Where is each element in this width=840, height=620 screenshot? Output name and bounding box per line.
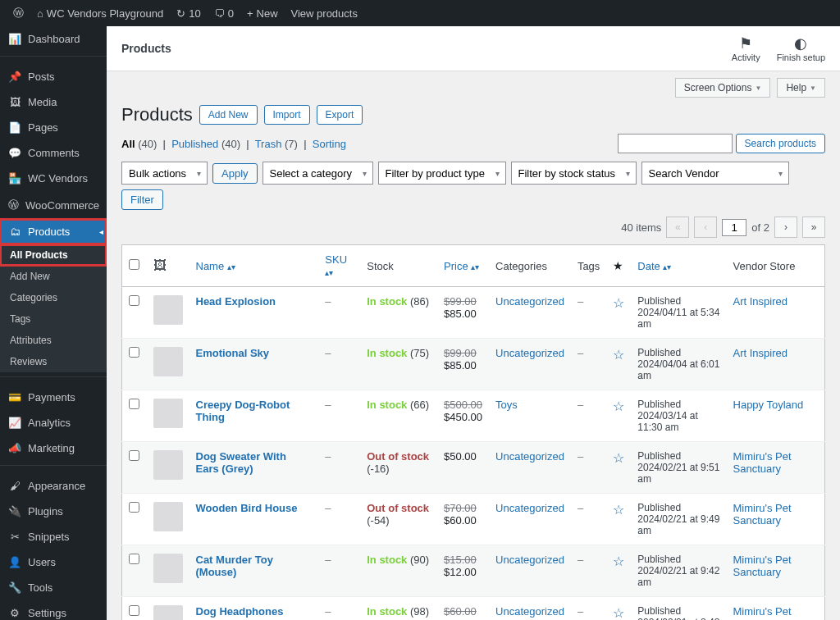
sidebar-item-tools[interactable]: 🔧Tools	[0, 575, 107, 600]
sidebar-item-media[interactable]: 🖼Media	[0, 89, 107, 115]
add-new-button[interactable]: Add New	[199, 105, 258, 125]
product-name-link[interactable]: Creepy Dog-Robot Thing	[196, 399, 290, 423]
category-link[interactable]: Uncategorized	[495, 605, 564, 618]
product-thumbnail[interactable]	[153, 347, 183, 376]
row-checkbox[interactable]	[129, 605, 139, 616]
submenu-categories[interactable]: Categories	[0, 287, 107, 308]
activity-panel[interactable]: ⚑Activity	[732, 34, 760, 62]
product-thumbnail[interactable]	[153, 295, 183, 325]
sidebar-item-payments[interactable]: 💳Payments	[0, 385, 107, 410]
view-published[interactable]: Published	[171, 138, 218, 150]
filter-button[interactable]: Filter	[121, 189, 163, 210]
category-link[interactable]: Toys	[495, 399, 518, 411]
stock-status-filter[interactable]: Filter by stock status	[511, 162, 637, 185]
submenu-reviews[interactable]: Reviews	[0, 351, 107, 372]
col-sku[interactable]: SKU ▴▾	[325, 253, 347, 278]
next-page-button[interactable]: ›	[774, 217, 797, 238]
row-checkbox[interactable]	[129, 399, 139, 409]
view-sorting[interactable]: Sorting	[313, 138, 346, 150]
sidebar-item-marketing[interactable]: 📣Marketing	[0, 435, 107, 461]
row-checkbox[interactable]	[129, 450, 139, 461]
new-content-link[interactable]: +New	[240, 0, 285, 26]
last-page-button[interactable]: »	[802, 217, 825, 238]
product-thumbnail[interactable]	[153, 450, 183, 480]
updates-link[interactable]: ↻10	[170, 0, 207, 26]
sidebar-item-pages[interactable]: 📄Pages	[0, 115, 107, 140]
vendor-link[interactable]: Art Inspired	[733, 347, 788, 359]
vendor-link[interactable]: Mimiru's Pet Sanctuary	[733, 502, 792, 527]
sidebar-item-wc-vendors[interactable]: 🏪WC Vendors	[0, 166, 107, 191]
site-home-link[interactable]: ⌂WC Vendors Playground	[30, 0, 170, 26]
col-name[interactable]: Name ▴▾	[196, 260, 235, 272]
vendor-link[interactable]: Mimiru's Pet Sanctuary	[733, 605, 792, 620]
submenu-tags[interactable]: Tags	[0, 308, 107, 330]
featured-toggle[interactable]: ☆	[613, 554, 624, 568]
product-thumbnail[interactable]	[153, 399, 183, 428]
submenu-all-products[interactable]: All Products	[0, 244, 107, 266]
screen-options-button[interactable]: Screen Options	[675, 78, 771, 98]
view-products-link[interactable]: View products	[285, 0, 364, 26]
product-name-link[interactable]: Head Explosion	[196, 295, 276, 308]
view-trash[interactable]: Trash	[255, 138, 282, 150]
product-name-link[interactable]: Cat Murder Toy (Mouse)	[196, 554, 273, 578]
row-checkbox[interactable]	[129, 347, 139, 358]
current-page-input[interactable]	[722, 219, 746, 236]
featured-toggle[interactable]: ☆	[613, 348, 624, 362]
category-link[interactable]: Uncategorized	[495, 554, 564, 566]
submenu-add-new[interactable]: Add New	[0, 266, 107, 287]
row-checkbox[interactable]	[129, 502, 139, 513]
sidebar-item-analytics[interactable]: 📈Analytics	[0, 410, 107, 435]
featured-toggle[interactable]: ☆	[613, 399, 624, 413]
vendor-link[interactable]: Mimiru's Pet Sanctuary	[733, 450, 792, 475]
col-price[interactable]: Price ▴▾	[444, 260, 479, 272]
import-button[interactable]: Import	[264, 105, 310, 125]
sidebar-item-products[interactable]: 🗂Products	[0, 219, 107, 244]
price-value: $85.00	[444, 308, 477, 320]
product-thumbnail[interactable]	[153, 502, 183, 531]
featured-toggle[interactable]: ☆	[613, 296, 624, 310]
product-search-input[interactable]	[618, 134, 733, 153]
product-name-link[interactable]: Dog Sweater With Ears (Grey)	[196, 450, 286, 475]
sidebar-item-snippets[interactable]: ✂Snippets	[0, 524, 107, 549]
product-name-link[interactable]: Wooden Bird House	[196, 502, 298, 514]
sidebar-item-woocommerce[interactable]: ⓌWooCommerce	[0, 191, 107, 219]
category-link[interactable]: Uncategorized	[495, 347, 564, 359]
help-button[interactable]: Help	[777, 78, 825, 98]
sidebar-item-comments[interactable]: 💬Comments	[0, 140, 107, 166]
category-link[interactable]: Uncategorized	[495, 295, 564, 308]
export-button[interactable]: Export	[317, 105, 363, 125]
product-thumbnail[interactable]	[153, 605, 183, 620]
sidebar-item-dashboard[interactable]: 📊Dashboard	[0, 26, 107, 52]
featured-toggle[interactable]: ☆	[613, 451, 624, 465]
view-all[interactable]: All	[121, 138, 135, 150]
col-date[interactable]: Date ▴▾	[637, 260, 671, 272]
search-products-button[interactable]: Search products	[736, 134, 825, 153]
row-checkbox[interactable]	[129, 554, 139, 564]
featured-toggle[interactable]: ☆	[613, 503, 624, 517]
sidebar-item-settings[interactable]: ⚙Settings	[0, 600, 107, 620]
product-thumbnail[interactable]	[153, 554, 183, 583]
product-name-link[interactable]: Dog Headphones	[196, 605, 284, 618]
finish-setup[interactable]: ◐Finish setup	[777, 34, 825, 62]
bulk-actions-select[interactable]: Bulk actions	[121, 162, 208, 185]
featured-toggle[interactable]: ☆	[613, 606, 624, 620]
vendor-link[interactable]: Mimiru's Pet Sanctuary	[733, 554, 792, 578]
category-link[interactable]: Uncategorized	[495, 450, 564, 463]
vendor-filter[interactable]: Search Vendor	[641, 162, 789, 185]
category-filter[interactable]: Select a category	[262, 162, 373, 185]
row-checkbox[interactable]	[129, 295, 139, 306]
comments-link[interactable]: 🗨0	[208, 0, 240, 26]
submenu-attributes[interactable]: Attributes	[0, 330, 107, 351]
category-link[interactable]: Uncategorized	[495, 502, 564, 514]
sidebar-item-appearance[interactable]: 🖌Appearance	[0, 473, 107, 499]
sidebar-item-posts[interactable]: 📌Posts	[0, 64, 107, 89]
sidebar-item-users[interactable]: 👤Users	[0, 549, 107, 575]
wp-logo[interactable]: ⓦ	[7, 0, 30, 26]
vendor-link[interactable]: Art Inspired	[733, 295, 788, 308]
vendor-link[interactable]: Happy Toyland	[733, 399, 804, 411]
product-type-filter[interactable]: Filter by product type	[378, 162, 506, 185]
product-name-link[interactable]: Emotional Sky	[196, 347, 270, 359]
select-all-checkbox[interactable]	[129, 259, 139, 270]
sidebar-item-plugins[interactable]: 🔌Plugins	[0, 499, 107, 524]
apply-button[interactable]: Apply	[212, 163, 258, 184]
